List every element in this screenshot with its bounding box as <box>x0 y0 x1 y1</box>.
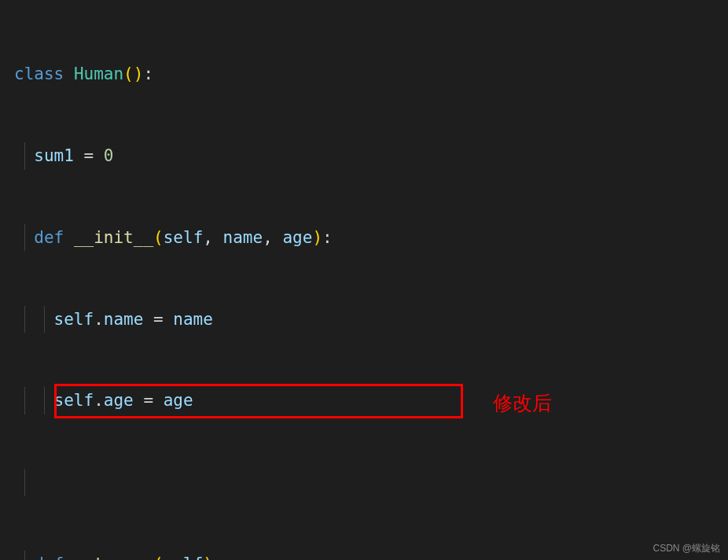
paren: ) <box>312 228 322 247</box>
param-age: age <box>282 228 312 247</box>
code-line: def __init__(self, name, age): <box>0 224 728 252</box>
variable: name <box>173 310 213 329</box>
function-name: __init__ <box>74 228 153 247</box>
paren: ) <box>134 64 144 83</box>
self-ref: self <box>54 391 94 410</box>
variable: sum1 <box>34 146 74 165</box>
code-line: sum1 = 0 <box>0 142 728 170</box>
paren: ) <box>203 554 213 560</box>
class-name: Human <box>74 64 123 83</box>
code-line: self.name = name <box>0 306 728 333</box>
code-line: self.age = age <box>0 387 728 414</box>
paren: ( <box>153 228 164 247</box>
annotation-text: 修改后 <box>493 387 552 419</box>
paren: ( <box>123 64 134 83</box>
number-literal: 0 <box>104 146 114 165</box>
param-self: self <box>164 554 204 560</box>
keyword-class: class <box>14 64 64 83</box>
keyword-def: def <box>34 228 64 247</box>
param-self: self <box>164 228 204 247</box>
param-name: name <box>223 228 263 247</box>
self-ref: self <box>54 310 94 329</box>
variable: age <box>164 391 193 410</box>
attribute: name <box>104 310 144 329</box>
paren: ( <box>153 554 164 560</box>
code-editor[interactable]: class Human(): sum1 = 0 def __init__(sel… <box>0 6 728 560</box>
watermark: CSDN @螺旋铭 <box>653 541 720 557</box>
code-line: class Human(): <box>0 61 728 88</box>
colon: : <box>143 64 153 83</box>
code-line <box>0 469 728 496</box>
keyword-def: def <box>34 554 64 560</box>
function-name: get_name <box>74 554 153 560</box>
code-line: def get_name(self): <box>0 551 728 560</box>
attribute: age <box>104 391 134 410</box>
